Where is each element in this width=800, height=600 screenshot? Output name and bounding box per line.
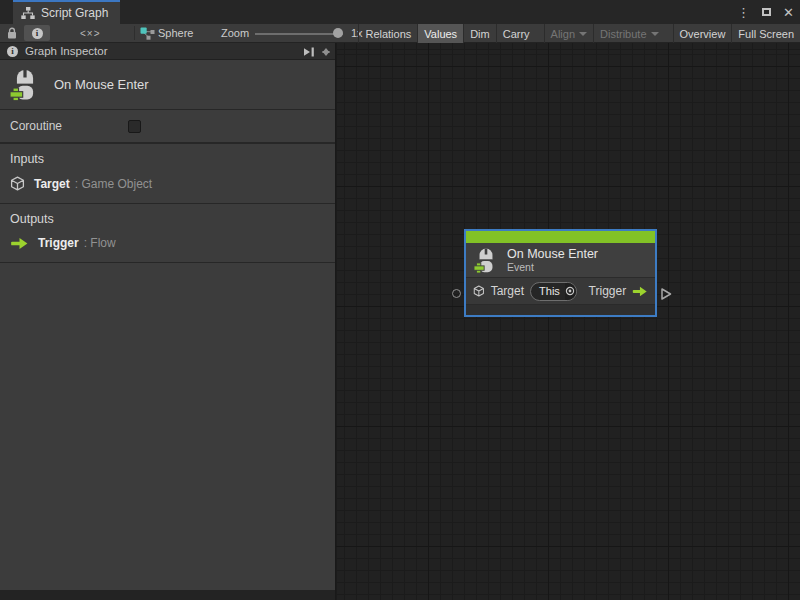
graph-inspector-title: Graph Inspector	[25, 45, 107, 57]
full-screen-button[interactable]: Full Screen	[731, 24, 800, 43]
window-bottom-edge	[0, 590, 335, 600]
node-title: On Mouse Enter	[507, 247, 598, 261]
carry-button[interactable]: Carry	[496, 24, 536, 43]
target-value: This	[539, 285, 560, 297]
tab-script-graph[interactable]: Script Graph	[13, 0, 120, 24]
zoom-label: Zoom	[221, 24, 249, 42]
info-icon: i	[32, 28, 43, 39]
lock-icon[interactable]	[7, 24, 17, 42]
info-icon: i	[7, 46, 18, 57]
graph-reference-label[interactable]: Sphere	[158, 24, 193, 42]
input-row-target: Target : Game Object	[0, 176, 335, 191]
node-on-mouse-enter[interactable]: On Mouse Enter Event Target This	[464, 229, 657, 317]
chevron-down-icon	[579, 32, 587, 40]
flow-arrow-icon	[10, 237, 29, 250]
node-accent-bar	[466, 231, 655, 243]
output-port-label: Trigger	[589, 284, 627, 298]
relations-button[interactable]: Relations	[358, 24, 417, 43]
values-button[interactable]: Values	[417, 24, 463, 43]
window-menu-icon[interactable]: ⋮	[737, 6, 750, 19]
edit-graph-icon[interactable]: <×>	[80, 24, 101, 42]
dim-button[interactable]: Dim	[463, 24, 496, 43]
zoom-slider-handle[interactable]	[333, 28, 343, 38]
coroutine-label: Coroutine	[10, 119, 62, 133]
inspector-toggle-button[interactable]: i	[24, 25, 50, 41]
dock-panel-icon[interactable]	[303, 47, 315, 57]
scroll-spinner[interactable]	[320, 44, 332, 60]
target-value-field[interactable]: This	[530, 282, 577, 301]
node-port-row: Target This Trigger	[466, 277, 655, 304]
inputs-section: Inputs Target : Game Object	[0, 144, 335, 204]
outputs-section: Outputs Trigger : Flow	[0, 204, 335, 263]
align-dropdown-button[interactable]: Align	[544, 24, 593, 43]
input-port-label: Target	[491, 284, 524, 298]
overview-button[interactable]: Overview	[673, 24, 732, 43]
unit-header: On Mouse Enter	[0, 60, 335, 110]
output-type: : Flow	[84, 236, 116, 250]
zoom-slider-track[interactable]	[255, 33, 343, 35]
coroutine-row: Coroutine	[0, 110, 335, 144]
node-subtitle: Event	[507, 261, 598, 273]
node-header: On Mouse Enter Event	[466, 243, 655, 277]
graph-inspector-titlebar: i Graph Inspector	[0, 43, 335, 60]
game-object-cube-icon	[473, 284, 485, 298]
object-picker-button[interactable]	[565, 283, 576, 300]
output-name: Trigger	[38, 236, 79, 250]
mouse-event-icon	[474, 247, 498, 274]
close-icon[interactable]: ✕	[783, 6, 794, 19]
toolbar-divider	[134, 26, 135, 40]
tab-bar: Script Graph ⋮ ✕	[0, 0, 800, 24]
arrow-down-icon[interactable]	[322, 51, 330, 60]
graph-inspector-panel: i Graph Inspector	[0, 43, 335, 590]
object-picker-icon	[565, 286, 575, 296]
input-name: Target	[34, 177, 70, 191]
window-controls: ⋮ ✕	[737, 0, 794, 24]
flow-arrow-icon	[632, 285, 648, 298]
unity-script-graph-window: Script Graph ⋮ ✕ i <×>	[0, 0, 800, 600]
output-row-trigger: Trigger : Flow	[0, 236, 335, 250]
mouse-event-icon	[10, 68, 40, 102]
unit-title: On Mouse Enter	[54, 77, 149, 92]
tab-label: Script Graph	[41, 6, 108, 20]
game-object-cube-icon	[10, 176, 25, 191]
input-type: : Game Object	[75, 177, 152, 191]
distribute-dropdown-button[interactable]: Distribute	[593, 24, 664, 43]
graph-asset-icon	[140, 24, 155, 42]
outputs-title: Outputs	[0, 212, 335, 226]
toolbar-right-group: Relations Values Dim Carry Align Distrib…	[358, 24, 800, 43]
output-connection-port[interactable]	[660, 287, 672, 301]
toolbar: i <×> Sphere Zoom 1x Relations Values Di…	[0, 24, 800, 43]
coroutine-checkbox[interactable]	[128, 120, 141, 133]
graph-hierarchy-icon	[21, 7, 35, 19]
inputs-title: Inputs	[0, 152, 335, 166]
graph-canvas[interactable]: On Mouse Enter Event Target This	[336, 43, 800, 600]
chevron-down-icon	[651, 32, 659, 40]
maximize-icon[interactable]	[762, 8, 771, 16]
node-footer	[466, 304, 655, 315]
input-connection-port[interactable]	[452, 289, 461, 298]
